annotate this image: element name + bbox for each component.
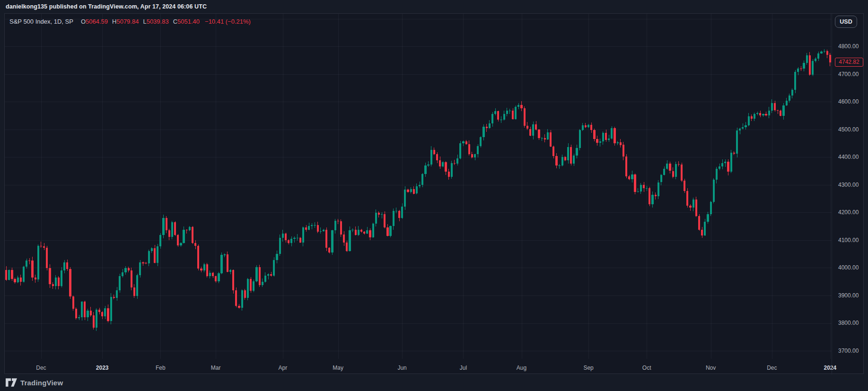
candle-body — [544, 138, 546, 139]
candle-body — [759, 113, 761, 115]
candle-body — [631, 174, 633, 179]
candle-body — [596, 139, 598, 143]
candle-body — [439, 160, 441, 167]
candle-body — [815, 59, 816, 61]
symbol-title[interactable]: S&P 500 Index, 1D, SP — [9, 18, 73, 25]
candle-wick — [743, 123, 743, 130]
candle-body — [55, 278, 57, 286]
candle-body — [623, 145, 624, 156]
candle-body — [407, 190, 409, 192]
candle-body — [698, 216, 700, 230]
candle-body — [515, 107, 517, 119]
candle-body — [17, 278, 19, 283]
candle-body — [651, 195, 653, 205]
candle-body — [684, 181, 685, 191]
candle-body — [180, 243, 182, 245]
grid-line-horizontal — [5, 157, 832, 157]
candle-body — [320, 231, 322, 232]
candle-body — [302, 227, 304, 243]
candle-body — [186, 230, 188, 230]
candle-body — [573, 156, 575, 164]
candle-body — [681, 165, 683, 181]
candle-body — [602, 133, 604, 141]
candle-body — [145, 263, 147, 263]
candle-body — [721, 163, 723, 166]
time-axis-month-label: Jul — [460, 365, 467, 371]
candle-body — [550, 132, 552, 147]
time-axis-month-label: Oct — [642, 365, 651, 371]
candle-body — [742, 127, 744, 129]
candle-body — [745, 125, 746, 127]
candle-body — [754, 114, 755, 119]
last-price-tag: 4742.82 — [835, 58, 863, 67]
candle-body — [113, 297, 115, 298]
candlestick-chart[interactable] — [5, 14, 832, 374]
candle-body — [526, 126, 528, 129]
price-axis-label: 4100.00 — [838, 236, 859, 244]
grid-line-horizontal — [5, 212, 832, 213]
grid-line-horizontal — [5, 130, 832, 130]
candle-body — [133, 287, 135, 296]
candle-body — [739, 129, 741, 130]
candle-body — [512, 111, 514, 119]
candle-body — [279, 238, 281, 254]
candle-body — [28, 261, 30, 261]
candle-body — [620, 142, 622, 145]
candle-body — [139, 262, 141, 276]
grid-line-vertical — [588, 14, 589, 359]
candle-body — [110, 297, 112, 321]
grid-line-vertical — [216, 14, 216, 359]
candle-body — [678, 164, 680, 165]
candle-body — [192, 227, 193, 243]
candle-body — [625, 156, 627, 176]
snapshot-header: danielkong135 published on TradingView.c… — [0, 0, 868, 13]
candle-body — [517, 105, 519, 107]
candle-body — [806, 55, 808, 63]
currency-button[interactable]: USD — [835, 16, 857, 28]
candle-body — [468, 144, 470, 154]
candle-body — [168, 230, 170, 237]
candle-body — [46, 248, 48, 268]
candle-wick — [766, 112, 766, 116]
candle-body — [177, 235, 179, 245]
candle-body — [23, 267, 25, 282]
candle-body — [497, 111, 499, 120]
candle-body — [378, 213, 380, 215]
candle-body — [81, 302, 83, 317]
candle-body — [206, 264, 208, 276]
candle-body — [413, 189, 415, 193]
candle-body — [716, 169, 718, 180]
candle-body — [203, 264, 205, 270]
candle-body — [669, 164, 671, 171]
candle-body — [171, 222, 173, 237]
candle-body — [538, 130, 540, 138]
time-axis[interactable]: Dec2023FebMarAprMayJunJulAugSepOctNovDec… — [5, 361, 851, 374]
candle-body — [751, 116, 753, 119]
candle-body — [820, 52, 822, 53]
candle-body — [43, 246, 45, 248]
grid-line-horizontal — [5, 240, 832, 241]
candle-wick — [29, 258, 30, 264]
candle-body — [159, 235, 161, 247]
candle-body — [20, 278, 22, 282]
time-axis-month-label: Nov — [706, 365, 716, 371]
candle-body — [824, 51, 825, 52]
candle-body — [372, 224, 374, 237]
candle-body — [96, 310, 97, 328]
candle-body — [128, 268, 130, 270]
tradingview-link[interactable]: TradingView — [6, 378, 63, 387]
candle-body — [829, 55, 831, 62]
candle-body — [442, 162, 444, 166]
candle-body — [238, 306, 240, 308]
candle-body — [532, 124, 534, 135]
price-axis[interactable]: 4742.82 4800.004700.004600.004500.004400… — [832, 14, 864, 374]
candle-body — [323, 230, 324, 231]
candle-body — [136, 275, 138, 296]
candle-body — [649, 188, 650, 205]
candle-body — [259, 267, 261, 286]
grid-line-horizontal — [5, 74, 832, 75]
candle-body — [124, 268, 126, 272]
candle-body — [122, 272, 123, 276]
candle-body — [486, 127, 488, 128]
candle-body — [695, 200, 697, 216]
